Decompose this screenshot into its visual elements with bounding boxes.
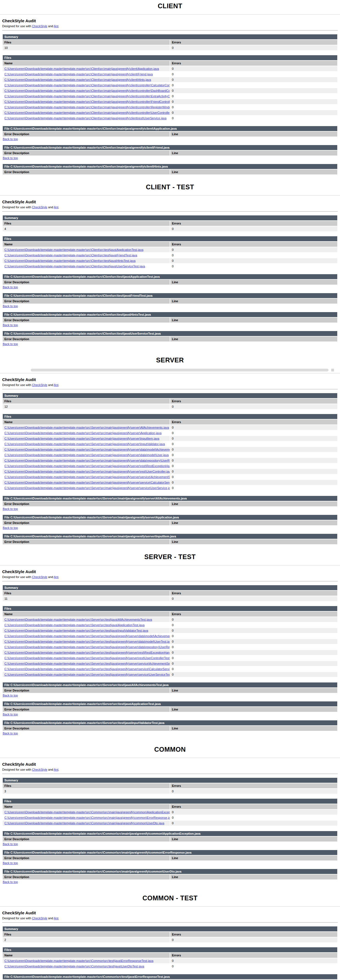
summary-files-count: 12	[3, 404, 170, 409]
back-to-top-link[interactable]: Back to top	[3, 694, 18, 697]
file-link[interactable]: C:\Users\ceren\Downloads\template-master…	[5, 629, 148, 632]
back-to-top-link[interactable]: Back to top	[3, 713, 18, 716]
file-detail-table: File C:\Users\ceren\Downloads\template-m…	[2, 331, 338, 342]
back-to-top-link[interactable]: Back to top	[3, 526, 18, 530]
scrollbar-thumb[interactable]	[31, 369, 329, 371]
file-prefix: File	[5, 516, 10, 519]
back-to-top-link[interactable]: Back to top	[3, 323, 18, 327]
file-link[interactable]: C:\Users\ceren\Downloads\template-master…	[5, 89, 168, 92]
file-row: C:\Users\ceren\Downloads\template-master…	[3, 644, 337, 649]
file-link[interactable]: C:\Users\ceren\Downloads\template-master…	[5, 624, 144, 627]
checkstyle-link[interactable]: CheckStyle	[32, 383, 47, 387]
ant-link[interactable]: Ant	[54, 916, 59, 920]
file-link[interactable]: C:\Users\ceren\Downloads\template-master…	[5, 618, 152, 621]
back-to-top-link[interactable]: Back to top	[3, 285, 18, 289]
file-link[interactable]: C:\Users\ceren\Downloads\template-master…	[5, 464, 168, 468]
file-link[interactable]: C:\Users\ceren\Downloads\template-master…	[5, 437, 159, 440]
file-link[interactable]: C:\Users\ceren\Downloads\template-master…	[5, 475, 168, 479]
file-link[interactable]: C:\Users\ceren\Downloads\template-master…	[5, 821, 164, 825]
file-link[interactable]: C:\Users\ceren\Downloads\template-master…	[5, 442, 165, 445]
file-link[interactable]: C:\Users\ceren\Downloads\template-master…	[5, 116, 166, 120]
file-error-count: 0	[170, 436, 337, 441]
file-link[interactable]: C:\Users\ceren\Downloads\template-master…	[5, 254, 137, 257]
file-link[interactable]: C:\Users\ceren\Downloads\template-master…	[5, 470, 168, 473]
detail-column-row: Error Description Line	[3, 299, 337, 304]
file-link[interactable]: C:\Users\ceren\Downloads\template-master…	[5, 67, 159, 70]
checkstyle-link[interactable]: CheckStyle	[32, 916, 47, 920]
file-link[interactable]: C:\Users\ceren\Downloads\template-master…	[5, 111, 168, 114]
file-link[interactable]: C:\Users\ceren\Downloads\template-master…	[5, 84, 168, 87]
files-column-row: Name Errors	[3, 953, 337, 958]
back-to-top-link[interactable]: Back to top	[3, 156, 18, 160]
detail-column-row: Error Description Line	[3, 151, 337, 156]
file-link[interactable]: C:\Users\ceren\Downloads\template-master…	[5, 645, 168, 649]
file-link[interactable]: C:\Users\ceren\Downloads\template-master…	[5, 635, 168, 638]
detail-column-row: Error Description Line	[3, 688, 337, 693]
files-col-name: Name	[3, 242, 170, 247]
files-header: Files	[3, 55, 337, 60]
file-link[interactable]: C:\Users\ceren\Downloads\template-master…	[5, 73, 153, 76]
ant-link[interactable]: Ant	[54, 205, 59, 209]
file-link[interactable]: C:\Users\ceren\Downloads\template-master…	[5, 651, 168, 654]
file-row: C:\Users\ceren\Downloads\template-master…	[3, 810, 337, 815]
back-to-top-link[interactable]: Back to top	[3, 861, 18, 865]
summary-data-row: 12 0	[3, 404, 337, 409]
back-to-top-link[interactable]: Back to top	[3, 880, 18, 884]
file-link[interactable]: C:\Users\ceren\Downloads\template-master…	[5, 248, 143, 251]
file-link[interactable]: C:\Users\ceren\Downloads\template-master…	[5, 965, 144, 968]
files-col-name: Name	[3, 612, 170, 617]
summary-files-count: 4	[3, 226, 170, 231]
file-prefix: File	[5, 275, 10, 278]
file-link[interactable]: C:\Users\ceren\Downloads\template-master…	[5, 431, 161, 434]
file-link[interactable]: C:\Users\ceren\Downloads\template-master…	[5, 426, 168, 429]
back-to-top-link[interactable]: Back to top	[3, 137, 18, 141]
file-link[interactable]: C:\Users\ceren\Downloads\template-master…	[5, 94, 168, 98]
file-link[interactable]: C:\Users\ceren\Downloads\template-master…	[5, 816, 168, 819]
checkstyle-link[interactable]: CheckStyle	[32, 768, 47, 771]
file-link[interactable]: C:\Users\ceren\Downloads\template-master…	[5, 100, 168, 103]
file-link[interactable]: C:\Users\ceren\Downloads\template-master…	[5, 78, 151, 81]
file-link[interactable]: C:\Users\ceren\Downloads\template-master…	[5, 810, 168, 814]
file-link[interactable]: C:\Users\ceren\Downloads\template-master…	[5, 453, 168, 457]
file-link[interactable]: C:\Users\ceren\Downloads\template-master…	[5, 662, 168, 665]
file-link[interactable]: C:\Users\ceren\Downloads\template-master…	[5, 259, 136, 262]
detail-file-header: File C:\Users\ceren\Downloads\template-m…	[3, 850, 337, 855]
report-title: CheckStyle Audit	[2, 199, 338, 204]
ant-link[interactable]: Ant	[54, 768, 59, 771]
summary-errors-count: 0	[170, 596, 337, 601]
back-to-top-link[interactable]: Back to top	[3, 342, 18, 345]
file-link[interactable]: C:\Users\ceren\Downloads\template-master…	[5, 640, 168, 643]
ant-link[interactable]: Ant	[54, 24, 59, 28]
file-link[interactable]: C:\Users\ceren\Downloads\template-master…	[5, 486, 168, 490]
file-link[interactable]: C:\Users\ceren\Downloads\template-master…	[5, 481, 168, 484]
file-link[interactable]: C:\Users\ceren\Downloads\template-master…	[5, 673, 168, 676]
detail-col-line: Line	[170, 856, 337, 861]
file-link[interactable]: C:\Users\ceren\Downloads\template-master…	[5, 656, 168, 660]
file-error-count: 0	[170, 66, 337, 71]
detail-file-path: C:\Users\ceren\Downloads\template-master…	[10, 851, 191, 854]
file-link[interactable]: C:\Users\ceren\Downloads\template-master…	[5, 264, 145, 268]
back-to-top-link[interactable]: Back to top	[3, 304, 18, 308]
ant-link[interactable]: Ant	[54, 575, 59, 579]
file-error-count: 0	[170, 650, 337, 655]
back-to-top-link[interactable]: Back to top	[3, 842, 18, 846]
horizontal-scrollbar[interactable]	[0, 368, 340, 372]
checkstyle-link[interactable]: CheckStyle	[32, 24, 47, 28]
detail-column-row: Error Description Line	[3, 726, 337, 731]
files-header: Files	[3, 606, 337, 611]
ant-link[interactable]: Ant	[54, 383, 59, 387]
back-to-top-link[interactable]: Back to top	[3, 507, 18, 511]
checkstyle-link[interactable]: CheckStyle	[32, 575, 47, 579]
checkstyle-link[interactable]: CheckStyle	[32, 205, 47, 209]
detail-col-line: Line	[170, 170, 337, 175]
file-prefix: File	[5, 702, 10, 706]
file-detail-block: File C:\Users\ceren\Downloads\template-m…	[2, 514, 338, 532]
back-to-top-link[interactable]: Back to top	[3, 732, 18, 735]
detail-col-line: Line	[170, 707, 337, 712]
file-link[interactable]: C:\Users\ceren\Downloads\template-master…	[5, 448, 168, 451]
file-link[interactable]: C:\Users\ceren\Downloads\template-master…	[5, 959, 153, 963]
file-link[interactable]: C:\Users\ceren\Downloads\template-master…	[5, 105, 168, 109]
file-link[interactable]: C:\Users\ceren\Downloads\template-master…	[5, 667, 168, 671]
file-link[interactable]: C:\Users\ceren\Downloads\template-master…	[5, 459, 168, 462]
file-detail-table: File C:\Users\ceren\Downloads\template-m…	[2, 274, 338, 285]
